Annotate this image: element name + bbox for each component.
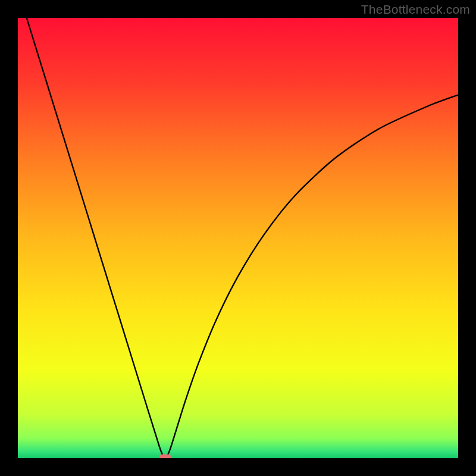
watermark-text: TheBottleneck.com bbox=[361, 2, 470, 17]
minimum-marker bbox=[160, 455, 171, 459]
chart-plot-area bbox=[18, 18, 458, 458]
gradient-background bbox=[18, 18, 458, 458]
chart-svg bbox=[18, 18, 458, 458]
chart-frame: TheBottleneck.com bbox=[0, 0, 476, 476]
